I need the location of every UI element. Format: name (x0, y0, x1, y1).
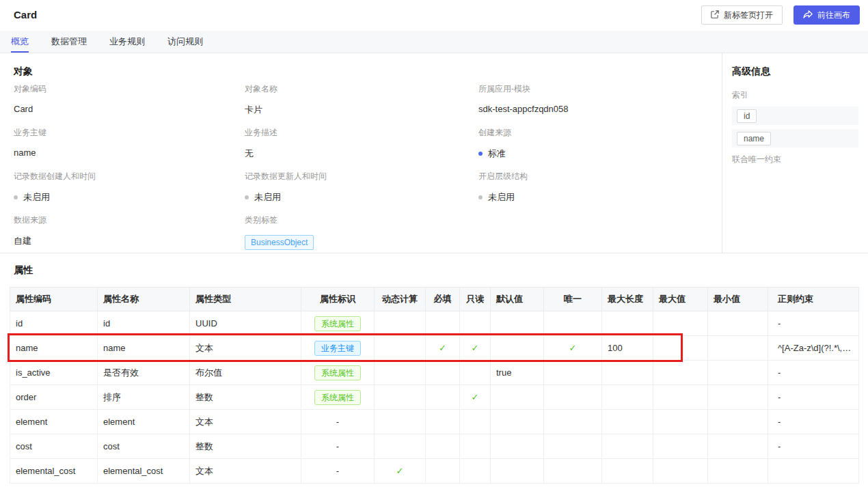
cell (491, 459, 544, 484)
cell (544, 385, 602, 410)
field-label: 对象名称 (245, 83, 478, 95)
cell (708, 410, 768, 434)
cell (653, 459, 708, 484)
field: 创建来源标准 (478, 127, 711, 171)
cell (708, 311, 768, 336)
tab-business-rules[interactable]: 业务规则 (109, 31, 145, 53)
cell: elemental_cost (10, 459, 98, 484)
cell (602, 434, 653, 459)
system-attribute-tag: 系统属性 (314, 365, 361, 380)
column-header-2: 属性名称 (98, 288, 190, 311)
field-value: 未启用 (14, 191, 245, 204)
advanced-info-title: 高级信息 (732, 66, 858, 78)
cell: 系统属性 (301, 361, 375, 385)
field-value: BusinessObject (245, 235, 478, 250)
cell (602, 459, 653, 484)
status-dot-icon (14, 195, 18, 199)
field: 数据来源自建 (14, 214, 245, 258)
field-label: 业务描述 (245, 127, 478, 139)
open-new-tab-button[interactable]: 新标签页打开 (701, 5, 783, 25)
checkmark-icon: ✓ (472, 392, 479, 402)
cell (491, 410, 544, 434)
column-header-11: 最大值 (653, 288, 708, 311)
cell: 系统属性 (301, 385, 375, 410)
field-label: 创建来源 (478, 127, 711, 139)
cell (653, 336, 708, 361)
index-label: 索引 (732, 89, 858, 101)
cell: order (10, 385, 98, 410)
cell (491, 336, 544, 361)
tab-data-management[interactable]: 数据管理 (51, 31, 87, 53)
cell (460, 410, 491, 434)
attribute-row-order: order排序整数系统属性✓- (10, 385, 859, 410)
tab-overview[interactable]: 概览 (11, 31, 29, 53)
cell (426, 410, 460, 434)
column-header-5: 动态计算 (375, 288, 426, 311)
field-value: 未启用 (478, 191, 711, 204)
attribute-row-is_active: is_active是否有效布尔值系统属性true- (10, 361, 859, 385)
attribute-row-cost: costcost整数-- (10, 434, 859, 459)
status-dot-icon (478, 195, 483, 199)
go-to-canvas-button[interactable]: 前往画布 (794, 5, 860, 25)
column-header-12: 最小值 (708, 288, 768, 311)
cell (653, 311, 708, 336)
cell: ✓ (460, 385, 491, 410)
cell: 排序 (98, 385, 190, 410)
cell: - (768, 311, 859, 336)
cell (708, 385, 768, 410)
tab-bar: 概览数据管理业务规则访问规则 (0, 31, 868, 53)
cell: 是否有效 (98, 361, 190, 385)
cell: 文本 (190, 410, 301, 434)
cell: 整数 (190, 434, 301, 459)
field-label: 对象编码 (14, 83, 245, 95)
system-attribute-tag: 系统属性 (314, 316, 361, 331)
cell (426, 385, 460, 410)
page-title: Card (14, 9, 37, 20)
field-label: 所属应用-模块 (478, 83, 711, 95)
cell (653, 361, 708, 385)
cell: ✓ (426, 336, 460, 361)
tab-access-rules[interactable]: 访问规则 (167, 31, 203, 53)
cell (375, 434, 426, 459)
field: 记录数据创建人和时间未启用 (14, 171, 245, 214)
cell (491, 311, 544, 336)
top-actions: 新标签页打开 前往画布 (701, 5, 860, 25)
cell: - (768, 410, 859, 434)
forward-arrow-icon (803, 10, 813, 20)
field: 开启层级结构未启用 (478, 171, 711, 214)
cell: ✓ (544, 336, 602, 361)
column-header-7: 只读 (460, 288, 491, 311)
cell: 100 (602, 336, 653, 361)
external-link-icon (711, 10, 719, 20)
field-label: 数据来源 (14, 214, 245, 226)
field: 对象名称卡片 (245, 83, 478, 127)
cell: name (98, 336, 190, 361)
column-header-1: 属性编码 (10, 288, 98, 311)
field: 业务主键name (14, 127, 245, 171)
cell: 文本 (190, 336, 301, 361)
index-row: id (732, 107, 858, 125)
index-field-tag: id (737, 109, 757, 123)
top-bar: Card 新标签页打开 前往画布 (0, 0, 868, 31)
field-value: sdk-test-appcfzqdn058 (478, 104, 711, 114)
field-value: name (14, 148, 245, 158)
field-value: 无 (245, 148, 478, 160)
cell: ^[A-Za-z\d](?!.*\,\,)[\w.... (768, 336, 859, 361)
cell: 系统属性 (301, 311, 375, 336)
column-header-8: 默认值 (491, 288, 544, 311)
cell (708, 434, 768, 459)
cell: - (301, 410, 375, 434)
cell: element (98, 410, 190, 434)
cell (768, 459, 859, 484)
category-tag: BusinessObject (245, 235, 314, 250)
business-key-tag: 业务主键 (314, 341, 361, 356)
column-header-6: 必填 (426, 288, 460, 311)
object-fields: 对象编码Card对象名称卡片所属应用-模块sdk-test-appcfzqdn0… (14, 83, 711, 258)
union-unique-label: 联合唯一约束 (732, 154, 858, 165)
cell (375, 311, 426, 336)
attribute-row-elemental_cost: elemental_costelemental_cost文本-✓ (10, 459, 859, 484)
cell (708, 459, 768, 484)
cell: - (301, 459, 375, 484)
attribute-row-id: ididUUID系统属性- (10, 311, 859, 336)
column-header-13: 正则约束 (768, 288, 859, 311)
